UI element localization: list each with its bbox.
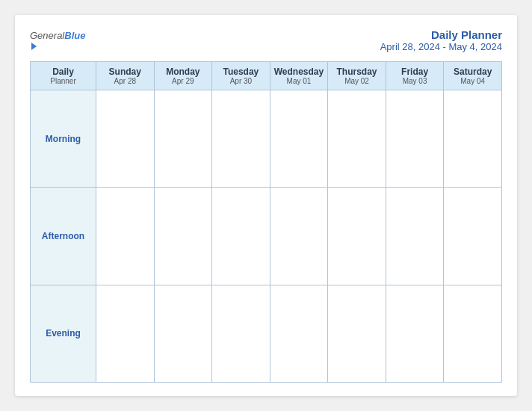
morning-friday[interactable]	[386, 90, 444, 188]
logo-general: General	[30, 30, 64, 41]
morning-monday[interactable]	[154, 90, 212, 188]
header-wednesday: Wednesday May 01	[270, 62, 328, 90]
header-saturday: Saturday May 04	[444, 62, 502, 90]
afternoon-monday[interactable]	[154, 188, 212, 285]
afternoon-wednesday[interactable]	[270, 188, 328, 285]
header-monday: Monday Apr 29	[154, 62, 212, 90]
morning-saturday[interactable]	[444, 90, 502, 188]
morning-label: Morning	[31, 90, 96, 188]
header-label-col: Daily Planner	[31, 62, 96, 90]
morning-tuesday[interactable]	[212, 90, 270, 188]
header-friday: Friday May 03	[386, 62, 444, 90]
afternoon-row: Afternoon	[31, 188, 502, 285]
evening-wednesday[interactable]	[270, 285, 328, 382]
header-tuesday: Tuesday Apr 30	[212, 62, 270, 90]
evening-thursday[interactable]	[328, 285, 386, 382]
afternoon-thursday[interactable]	[328, 188, 386, 285]
logo-block: GeneralBlue	[30, 28, 85, 50]
evening-label: Evening	[31, 285, 96, 382]
logo-blue: Blue	[64, 30, 85, 41]
afternoon-tuesday[interactable]	[212, 188, 270, 285]
evening-tuesday[interactable]	[212, 285, 270, 382]
evening-sunday[interactable]	[96, 285, 155, 382]
planner-table: Daily Planner Sunday Apr 28 Monday Apr 2…	[30, 61, 502, 383]
morning-wednesday[interactable]	[270, 90, 328, 188]
evening-row: Evening	[31, 285, 502, 382]
morning-row: Morning	[31, 90, 502, 188]
title-area: Daily Planner April 28, 2024 - May 4, 20…	[380, 28, 502, 52]
evening-monday[interactable]	[154, 285, 212, 382]
logo-triangle-icon	[31, 43, 37, 50]
planner-title: Daily Planner	[380, 28, 502, 41]
header-sunday: Sunday Apr 28	[96, 62, 155, 90]
afternoon-label: Afternoon	[31, 188, 96, 285]
logo-area: GeneralBlue	[30, 28, 85, 50]
planner-date-range: April 28, 2024 - May 4, 2024	[380, 41, 502, 52]
afternoon-saturday[interactable]	[444, 188, 502, 285]
header: GeneralBlue Daily Planner April 28, 2024…	[30, 28, 502, 52]
afternoon-sunday[interactable]	[96, 188, 155, 285]
planner-page: GeneralBlue Daily Planner April 28, 2024…	[15, 15, 517, 396]
evening-friday[interactable]	[386, 285, 444, 382]
afternoon-friday[interactable]	[386, 188, 444, 285]
header-row: Daily Planner Sunday Apr 28 Monday Apr 2…	[31, 62, 502, 90]
morning-thursday[interactable]	[328, 90, 386, 188]
evening-saturday[interactable]	[444, 285, 502, 382]
header-thursday: Thursday May 02	[328, 62, 386, 90]
morning-sunday[interactable]	[96, 90, 155, 188]
